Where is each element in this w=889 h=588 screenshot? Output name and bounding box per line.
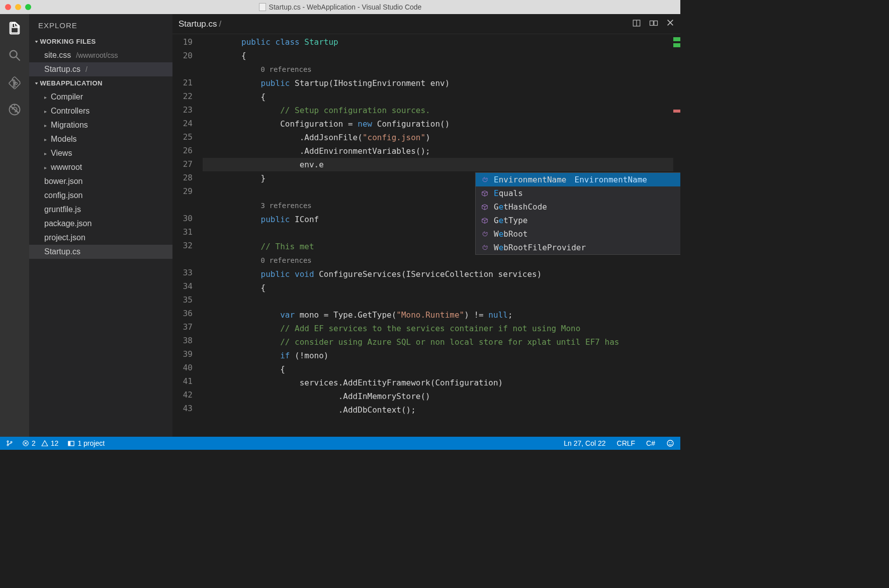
working-files-label: WORKING FILES: [40, 38, 96, 45]
warning-icon: [41, 440, 48, 447]
file-label: config.json: [44, 191, 83, 200]
errors-warnings[interactable]: 2 12: [22, 439, 58, 447]
tab-modified-indicator: /: [219, 19, 222, 29]
line-number-gutter: 1920 212223242526272829 303132 333435363…: [172, 34, 203, 437]
file-project-json[interactable]: project.json: [29, 231, 172, 245]
editor-area: Startup.cs / 1920 212223242526272829 303…: [172, 14, 680, 437]
folder-label: Controllers: [51, 107, 90, 116]
intellisense-item[interactable]: GetHashCode: [476, 200, 680, 214]
close-window-button[interactable]: [5, 4, 11, 10]
folder-models[interactable]: ▸Models: [29, 132, 172, 146]
folder-views[interactable]: ▸Views: [29, 146, 172, 160]
file-icon: [259, 3, 266, 11]
file-label: bower.json: [44, 177, 83, 186]
git-branch-icon: [6, 440, 13, 447]
chevron-right-icon: ▸: [44, 109, 47, 114]
intellisense-item[interactable]: EnvironmentNameEnvironmentName: [476, 173, 680, 186]
git-status[interactable]: [6, 440, 13, 447]
editor-actions: [632, 19, 674, 30]
chevron-down-icon: ▾: [35, 81, 38, 85]
svg-line-1: [17, 57, 20, 61]
project-header[interactable]: ▾ WEBAPPLICATION: [29, 76, 172, 90]
git-icon[interactable]: [7, 74, 23, 90]
file-modified-indicator: /: [85, 65, 87, 73]
method-icon: [481, 204, 489, 211]
folder-wwwroot[interactable]: ▸wwwroot: [29, 160, 172, 174]
folder-label: Models: [51, 135, 77, 144]
intellisense-popup: EnvironmentNameEnvironmentNameEqualsGetH…: [475, 172, 680, 255]
file-config-json[interactable]: config.json: [29, 188, 172, 203]
sidebar-title: EXPLORE: [29, 14, 172, 35]
debug-icon[interactable]: [7, 102, 23, 118]
tab-bar: Startup.cs /: [172, 14, 680, 34]
svg-rect-9: [650, 21, 654, 25]
file-label: package.json: [44, 219, 92, 228]
file-gruntfile-js[interactable]: gruntfile.js: [29, 203, 172, 217]
intellisense-item[interactable]: GetType: [476, 214, 680, 227]
window-title: Startup.cs - WebApplication - Visual Stu…: [259, 3, 422, 11]
minimap-marker: [673, 37, 680, 41]
search-icon[interactable]: [7, 47, 23, 63]
working-files-header[interactable]: ▾ WORKING FILES: [29, 35, 172, 48]
file-bower-json[interactable]: bower.json: [29, 174, 172, 188]
chevron-right-icon: ▸: [44, 165, 47, 170]
svg-rect-20: [68, 441, 70, 446]
file-package-json[interactable]: package.json: [29, 217, 172, 231]
intellisense-item[interactable]: WebRootFileProvider: [476, 241, 680, 254]
close-editor-icon[interactable]: [666, 19, 674, 30]
folder-label: Migrations: [51, 121, 88, 130]
working-file-startup-cs[interactable]: Startup.cs /: [29, 62, 172, 76]
intellisense-item[interactable]: Equals: [476, 186, 680, 200]
prop-icon: [481, 244, 489, 251]
svg-point-15: [11, 441, 12, 443]
chevron-right-icon: ▸: [44, 123, 47, 128]
svg-point-21: [667, 440, 673, 446]
file-Startup-cs[interactable]: Startup.cs: [29, 245, 172, 259]
file-label: Startup.cs: [44, 65, 80, 74]
method-icon: [481, 190, 489, 197]
titlebar: Startup.cs - WebApplication - Visual Stu…: [0, 0, 680, 14]
svg-point-14: [7, 444, 9, 446]
file-label: Startup.cs: [44, 247, 80, 256]
folder-compiler[interactable]: ▸Compiler: [29, 90, 172, 104]
eol-indicator[interactable]: CRLF: [617, 439, 636, 447]
language-mode[interactable]: C#: [646, 439, 655, 447]
feedback-icon[interactable]: [666, 439, 674, 447]
minimize-window-button[interactable]: [15, 4, 21, 10]
project-status[interactable]: 1 project: [67, 439, 105, 447]
working-file-site-css[interactable]: site.css /wwwroot/css: [29, 48, 172, 62]
split-editor-icon[interactable]: [632, 19, 641, 30]
svg-point-0: [10, 51, 17, 58]
compare-icon[interactable]: [649, 19, 658, 30]
file-hint: /wwwroot/css: [76, 51, 118, 59]
chevron-right-icon: ▸: [44, 137, 47, 142]
svg-rect-10: [654, 21, 658, 25]
chevron-right-icon: ▸: [44, 94, 47, 100]
maximize-window-button[interactable]: [25, 4, 31, 10]
project-icon: [67, 440, 75, 447]
folder-label: Views: [51, 149, 72, 158]
window-title-text: Startup.cs - WebApplication - Visual Stu…: [269, 3, 422, 11]
folder-label: Compiler: [51, 92, 83, 102]
sidebar: EXPLORE ▾ WORKING FILES site.css /wwwroo…: [29, 14, 172, 437]
folder-label: wwwroot: [51, 163, 82, 172]
error-count: 2: [32, 439, 36, 447]
folder-controllers[interactable]: ▸Controllers: [29, 104, 172, 118]
svg-point-22: [669, 442, 670, 443]
editor-body[interactable]: 1920 212223242526272829 303132 333435363…: [172, 34, 680, 437]
prop-icon: [481, 231, 489, 238]
open-tab[interactable]: Startup.cs: [179, 19, 217, 29]
project-label: WEBAPPLICATION: [40, 79, 103, 87]
minimap-marker: [673, 110, 680, 113]
explorer-icon[interactable]: [7, 20, 23, 36]
cursor-position[interactable]: Ln 27, Col 22: [564, 439, 605, 447]
intellisense-item[interactable]: WebRoot: [476, 227, 680, 241]
minimap-marker: [673, 43, 680, 47]
folder-migrations[interactable]: ▸Migrations: [29, 118, 172, 132]
file-label: gruntfile.js: [44, 205, 81, 214]
file-label: project.json: [44, 233, 85, 242]
project-count: 1 project: [77, 439, 105, 447]
status-bar: 2 12 1 project Ln 27, Col 22 CRLF C#: [0, 437, 680, 450]
prop-icon: [481, 176, 489, 183]
warning-count: 12: [51, 439, 59, 447]
